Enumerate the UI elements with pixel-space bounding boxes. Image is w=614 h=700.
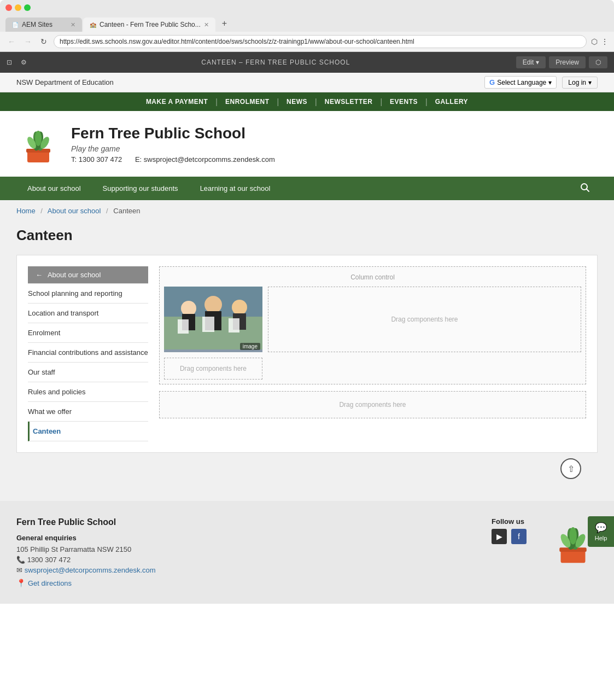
footer-school-name: Fern Tree Public School <box>16 517 448 527</box>
cms-action-buttons: Edit ▾ Preview ⬡ <box>516 56 607 68</box>
school-header: Fern Tree Public School Play the game T:… <box>0 111 614 177</box>
search-icon[interactable] <box>572 177 598 200</box>
chevron-down-icon: ▾ <box>536 59 539 66</box>
arrow-left-icon: ← <box>36 271 43 279</box>
browser-chrome: 📄 AEM Sites ✕ 🏫 Canteen - Fern Tree Publ… <box>0 0 614 32</box>
top-navigation: MAKE A PAYMENT | ENROLMENT | NEWS | NEWS… <box>0 92 614 111</box>
browser-tab-canteen[interactable]: 🏫 Canteen - Fern Tree Public Scho... ✕ <box>83 18 215 32</box>
svg-point-15 <box>232 300 247 315</box>
forward-button[interactable]: → <box>22 36 34 47</box>
school-phone: T: 1300 307 472 <box>71 155 122 164</box>
dept-name: NSW Department of Education <box>16 78 114 86</box>
scroll-top-section: ⇧ <box>16 453 598 485</box>
footer-enquiries-title: General enquiries <box>16 534 448 542</box>
school-name: Fern Tree Public School <box>71 125 286 142</box>
get-directions-link[interactable]: Get directions <box>28 579 72 587</box>
drag-zone-full[interactable]: Drag components here <box>159 391 586 418</box>
footer-follow: Follow us ▶ f <box>492 517 527 544</box>
sidebar-item-planning[interactable]: School planning and reporting <box>28 284 148 304</box>
google-translate-widget[interactable]: G Select Language ▾ <box>484 76 557 89</box>
sidebar-item-offer[interactable]: What we offer <box>28 402 148 422</box>
page-title-section: Canteen <box>0 221 614 255</box>
svg-point-4 <box>35 131 42 146</box>
minimize-dot[interactable] <box>15 4 21 11</box>
breadcrumb-about[interactable]: About our school <box>48 207 101 215</box>
top-nav-payment[interactable]: MAKE A PAYMENT <box>138 92 215 111</box>
youtube-icon[interactable]: ▶ <box>492 529 507 544</box>
drag-zone-image-bottom[interactable]: Drag components here <box>164 358 262 380</box>
sidebar-item-staff[interactable]: Our staff <box>28 363 148 382</box>
school-info: Fern Tree Public School Play the game T:… <box>71 125 286 164</box>
tab-close-icon[interactable]: ✕ <box>71 21 75 28</box>
svg-point-11 <box>181 301 196 316</box>
main-nav-learning[interactable]: Learning at our school <box>189 177 282 200</box>
top-nav-enrolment[interactable]: ENROLMENT <box>218 92 277 111</box>
cms-settings-icon[interactable]: ⚙ <box>21 59 27 66</box>
main-navigation: About our school Supporting our students… <box>0 177 614 200</box>
breadcrumb-sep-1: / <box>40 207 43 215</box>
sidebar-item-canteen[interactable]: Canteen <box>28 422 148 441</box>
content-area: ← About our school School planning and r… <box>0 255 614 501</box>
school-email: E: swsproject@detcorpcomms.zendesk.com <box>135 155 275 164</box>
browser-tab-aem[interactable]: 📄 AEM Sites ✕ <box>5 18 82 32</box>
sidebar-item-location[interactable]: Location and transport <box>28 304 148 323</box>
footer-directions: 📍 Get directions <box>16 579 448 587</box>
drag-zone-right[interactable]: Drag components here <box>268 287 581 352</box>
top-nav-gallery[interactable]: GALLERY <box>428 92 476 111</box>
image-component[interactable]: image <box>164 287 262 352</box>
chevron-down-icon-lang: ▾ <box>548 79 552 86</box>
svg-rect-17 <box>178 319 189 334</box>
extension-icon[interactable]: ⬡ <box>591 37 598 46</box>
top-nav-news[interactable]: NEWS <box>279 92 315 111</box>
page-wrapper: Home / About our school / Canteen Cantee… <box>0 200 614 501</box>
footer-phone: 📞 1300 307 472 <box>16 556 448 564</box>
svg-rect-19 <box>229 318 239 332</box>
top-nav-events[interactable]: EVENTS <box>382 92 425 111</box>
tab-label-2: Canteen - Fern Tree Public Scho... <box>100 21 201 28</box>
footer-email: ✉ swsproject@detcorpcomms.zendesk.com <box>16 566 448 574</box>
back-button[interactable]: ← <box>5 36 17 47</box>
menu-icon[interactable]: ⋮ <box>601 37 609 46</box>
footer: Fern Tree Public School General enquirie… <box>0 501 614 604</box>
sidebar-back-label: About our school <box>48 271 101 279</box>
select-language-label: Select Language <box>497 79 546 86</box>
scroll-top-button[interactable]: ⇧ <box>560 458 581 479</box>
sidebar-item-financial[interactable]: Financial contributions and assistance <box>28 343 148 363</box>
footer-left: Fern Tree Public School General enquirie… <box>16 517 448 587</box>
sidebar-back-button[interactable]: ← About our school <box>28 266 148 283</box>
main-nav-about[interactable]: About our school <box>16 177 92 200</box>
help-button[interactable]: 💬 Help <box>588 516 614 547</box>
breadcrumb-home[interactable]: Home <box>16 207 36 215</box>
cms-panel-icon[interactable]: ⊡ <box>7 59 12 66</box>
main-nav-supporting[interactable]: Supporting our students <box>92 177 189 200</box>
tab-close-icon-2[interactable]: ✕ <box>204 21 209 28</box>
preview-button[interactable]: Preview <box>549 56 586 68</box>
cms-share-icon[interactable]: ⬡ <box>589 56 607 68</box>
social-links: ▶ f <box>492 529 527 544</box>
browser-action-icons: ⬡ ⋮ <box>591 37 609 46</box>
phone-icon: 📞 <box>16 556 25 564</box>
sidebar-item-enrolment[interactable]: Enrolment <box>28 323 148 343</box>
google-logo: G <box>489 78 495 86</box>
column-control[interactable]: Column control <box>159 266 586 384</box>
facebook-icon[interactable]: f <box>511 529 527 544</box>
sidebar-item-rules[interactable]: Rules and policies <box>28 382 148 402</box>
footer-address: 105 Phillip St Parramatta NSW 2150 <box>16 545 448 553</box>
footer-email-link[interactable]: swsproject@detcorpcomms.zendesk.com <box>25 566 156 574</box>
svg-rect-18 <box>202 317 214 332</box>
tab-icon-2: 🏫 <box>90 22 96 28</box>
cms-toolbar: ⊡ ⚙ CANTEEN – FERN TREE PUBLIC SCHOOL Ed… <box>0 52 614 73</box>
content-inner: ← About our school School planning and r… <box>16 255 598 453</box>
edit-button[interactable]: Edit ▾ <box>516 56 546 68</box>
refresh-button[interactable]: ↻ <box>38 36 49 47</box>
top-nav-newsletter[interactable]: NEWSLETTER <box>317 92 381 111</box>
maximize-dot[interactable] <box>24 4 31 11</box>
bottom-row: Drag components here <box>164 358 581 380</box>
breadcrumb-sep-2: / <box>106 207 108 215</box>
new-tab-button[interactable]: + <box>217 15 232 32</box>
close-dot[interactable] <box>5 4 12 11</box>
browser-toolbar: ← → ↻ ⬡ ⋮ <box>0 32 614 52</box>
url-bar[interactable] <box>54 35 587 48</box>
login-button[interactable]: Log in ▾ <box>562 77 598 89</box>
cms-page-title: CANTEEN – FERN TREE PUBLIC SCHOOL <box>36 59 516 66</box>
